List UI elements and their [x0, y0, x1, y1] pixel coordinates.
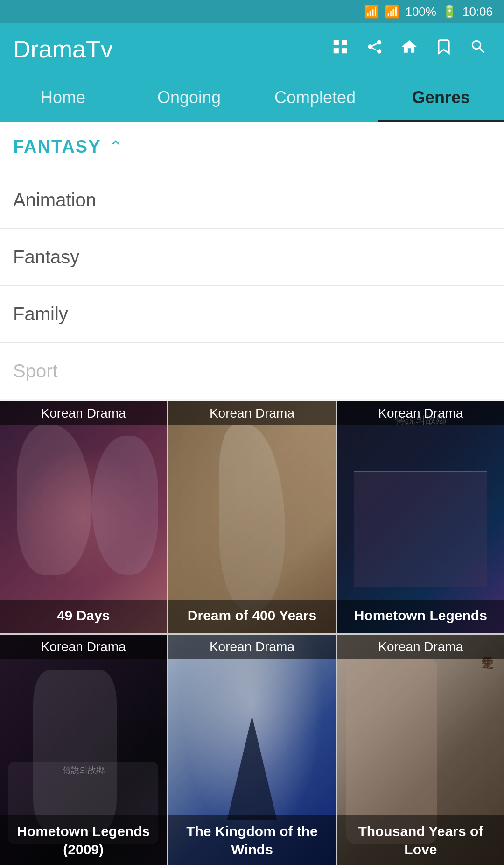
bookmark-icon[interactable]	[431, 34, 456, 64]
search-icon[interactable]	[466, 34, 491, 64]
drama-grid: Korean Drama 49 Days Korean Drama Dream …	[0, 401, 504, 865]
drama-card-title: Dream of 400 Years	[168, 600, 335, 633]
genre-item-animation[interactable]: Animation	[0, 172, 504, 229]
drama-card-tag: Korean Drama	[168, 401, 335, 425]
drama-card-tag: Korean Drama	[168, 635, 335, 659]
genre-list: Animation Fantasy Family Sport	[0, 172, 504, 399]
tab-completed[interactable]: Completed	[252, 75, 378, 121]
app-header: DramaTv	[0, 23, 504, 75]
drama-card-title: The Kingdom of the Winds	[168, 815, 335, 865]
tab-home[interactable]: Home	[0, 75, 126, 121]
grid-icon[interactable]	[328, 34, 353, 64]
app-title: DramaTv	[13, 35, 318, 63]
drama-card-49days[interactable]: Korean Drama 49 Days	[0, 401, 167, 633]
wifi-icon: 📶	[364, 5, 379, 19]
drama-card-tag: Korean Drama	[0, 635, 167, 659]
drama-card-tag: Korean Drama	[0, 401, 167, 425]
drama-card-hometown[interactable]: 傳說의故鄕 Korean Drama Hometown Legends	[337, 401, 504, 633]
genre-header[interactable]: FANTASY ⌃	[0, 122, 504, 172]
drama-card-tag: Korean Drama	[337, 635, 504, 659]
svg-rect-1	[342, 40, 347, 45]
svg-rect-0	[334, 40, 339, 45]
drama-card-thousandyears[interactable]: 千年之愛 Korean Drama Thousand Years of Love	[337, 635, 504, 865]
chevron-up-icon: ⌃	[109, 137, 123, 157]
share-icon[interactable]	[362, 34, 387, 64]
battery-text: 100%	[405, 5, 436, 19]
genre-item-fantasy[interactable]: Fantasy	[0, 229, 504, 286]
drama-card-title: 49 Days	[0, 600, 167, 633]
status-bar: 📶 📶 100% 🔋 10:06	[0, 0, 504, 23]
battery-icon: 🔋	[442, 5, 457, 19]
tab-genres[interactable]: Genres	[378, 75, 504, 121]
navigation-tabs: Home Ongoing Completed Genres	[0, 75, 504, 122]
drama-card-title: Hometown Legends (2009)	[0, 815, 167, 865]
svg-rect-3	[342, 48, 347, 53]
drama-card-kingdom[interactable]: Korean Drama The Kingdom of the Winds	[168, 635, 335, 865]
drama-card-hometown2009[interactable]: 傳說의故鄕 Korean Drama Hometown Legends (200…	[0, 635, 167, 865]
signal-icon: 📶	[385, 5, 399, 19]
drama-card-tag: Korean Drama	[337, 401, 504, 425]
drama-card-title: Hometown Legends	[337, 600, 504, 633]
drama-card-dream400[interactable]: Korean Drama Dream of 400 Years	[168, 401, 335, 633]
time-display: 10:06	[462, 5, 493, 19]
genre-header-title: FANTASY	[13, 137, 101, 157]
home-icon[interactable]	[397, 34, 422, 64]
genre-item-sport[interactable]: Sport	[0, 343, 504, 399]
genre-item-family[interactable]: Family	[0, 286, 504, 343]
tab-ongoing[interactable]: Ongoing	[126, 75, 252, 121]
drama-card-title: Thousand Years of Love	[337, 815, 504, 865]
svg-rect-2	[334, 48, 339, 53]
